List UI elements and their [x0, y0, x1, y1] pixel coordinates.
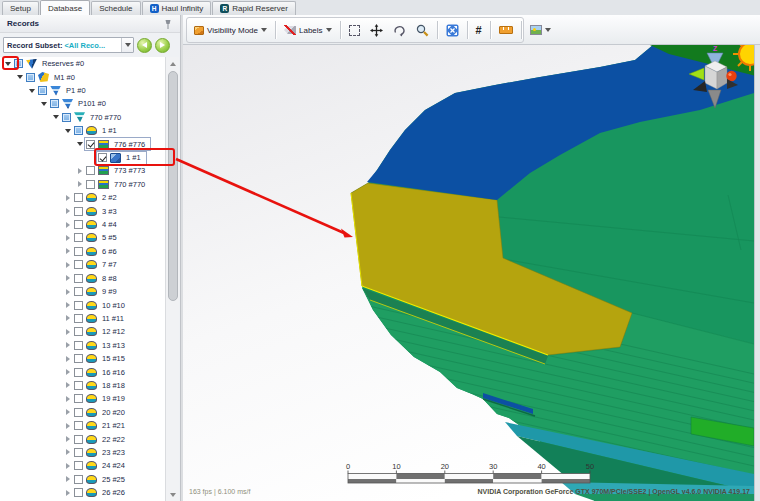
tree-item[interactable]: 23 #23: [0, 446, 166, 459]
tree-item[interactable]: 12 #12: [0, 325, 166, 338]
tree-checkbox[interactable]: [74, 448, 83, 457]
tree-checkbox[interactable]: [62, 113, 71, 122]
tree-item[interactable]: 10 #10: [0, 298, 166, 311]
tree-item[interactable]: 5 #5: [0, 231, 166, 244]
tree-item[interactable]: 21 #21: [0, 419, 166, 432]
tree-item[interactable]: 770 #770: [0, 178, 166, 191]
tree-checkbox[interactable]: [74, 314, 83, 323]
tab-database[interactable]: Database: [40, 0, 90, 15]
tree-item[interactable]: 1 #1: [0, 151, 166, 164]
tree-expand-icon[interactable]: [27, 89, 37, 93]
viewport-3d[interactable]: Z 0 10 20 30 40 50: [183, 45, 754, 501]
tree-expand-icon[interactable]: [63, 476, 73, 482]
tree-checkbox[interactable]: [74, 233, 83, 242]
tree-expand-icon[interactable]: [63, 436, 73, 442]
labels-button[interactable]: Labels: [280, 20, 336, 41]
tree-item[interactable]: Reserves #0: [0, 57, 166, 70]
tree-expand-icon[interactable]: [63, 490, 73, 496]
next-subset-button[interactable]: [155, 38, 170, 53]
tree-expand-icon[interactable]: [63, 382, 73, 388]
tree-checkbox[interactable]: [74, 421, 83, 430]
tree-item[interactable]: 19 #19: [0, 392, 166, 405]
tree-checkbox[interactable]: [74, 461, 83, 470]
tree-expand-icon[interactable]: [63, 129, 73, 133]
tree-checkbox[interactable]: [74, 435, 83, 444]
tree-checkbox[interactable]: [74, 274, 83, 283]
pin-icon[interactable]: [164, 19, 172, 37]
tree-item[interactable]: 770 #770: [0, 111, 166, 124]
tree-checkbox[interactable]: [74, 301, 83, 310]
tree-expand-icon[interactable]: [75, 142, 85, 146]
tree-expand-icon[interactable]: [63, 396, 73, 402]
tree-expand-icon[interactable]: [39, 102, 49, 106]
tree-expand-icon[interactable]: [63, 302, 73, 308]
tree-item[interactable]: 13 #13: [0, 339, 166, 352]
tree-item[interactable]: 2 #2: [0, 191, 166, 204]
tree-item[interactable]: 3 #3: [0, 204, 166, 217]
tree-expand-icon[interactable]: [63, 409, 73, 415]
screenshot-button[interactable]: [526, 20, 555, 41]
tree-checkbox[interactable]: [74, 260, 83, 269]
tree-checkbox[interactable]: [74, 341, 83, 350]
scrollbar-thumb[interactable]: [168, 71, 178, 301]
tree-expand-icon[interactable]: [63, 356, 73, 362]
tree-checkbox[interactable]: [86, 140, 95, 149]
orbit-button[interactable]: [389, 20, 410, 41]
tree-checkbox[interactable]: [50, 99, 59, 108]
tree-expand-icon[interactable]: [63, 423, 73, 429]
tree-checkbox[interactable]: [74, 207, 83, 216]
tree-expand-icon[interactable]: [3, 62, 13, 66]
tree-item[interactable]: 20 #20: [0, 406, 166, 419]
tree-expand-icon[interactable]: [15, 75, 25, 79]
visibility-mode-button[interactable]: Visibility Mode: [190, 20, 271, 41]
tree-item[interactable]: 8 #8: [0, 272, 166, 285]
tree-item[interactable]: 16 #16: [0, 365, 166, 378]
tree-expand-icon[interactable]: [63, 262, 73, 268]
tree-checkbox[interactable]: [74, 327, 83, 336]
tree-checkbox[interactable]: [74, 287, 83, 296]
tree-checkbox[interactable]: [74, 354, 83, 363]
tree-item[interactable]: 26 #26: [0, 486, 166, 499]
tree-item[interactable]: P1 #0: [0, 84, 166, 97]
tree-expand-icon[interactable]: [63, 449, 73, 455]
scroll-down-icon[interactable]: [166, 488, 179, 501]
tree-checkbox[interactable]: [86, 166, 95, 175]
tree-item[interactable]: 4 #4: [0, 218, 166, 231]
ruler-button[interactable]: [495, 20, 517, 41]
tree-expand-icon[interactable]: [63, 329, 73, 335]
tab-schedule[interactable]: Schedule: [91, 1, 140, 15]
tree-expand-icon[interactable]: [63, 342, 73, 348]
tree-expand-icon[interactable]: [75, 181, 85, 187]
tree-checkbox[interactable]: [98, 153, 107, 162]
tree-checkbox[interactable]: [74, 247, 83, 256]
tree-item[interactable]: 773 #773: [0, 164, 166, 177]
tree-item[interactable]: 15 #15: [0, 352, 166, 365]
tree-expand-icon[interactable]: [63, 222, 73, 228]
zoom-fit-button[interactable]: [442, 20, 463, 41]
tree-checkbox[interactable]: [74, 220, 83, 229]
tree-checkbox[interactable]: [74, 475, 83, 484]
zoom-button[interactable]: [412, 20, 433, 41]
tree-item[interactable]: 24 #24: [0, 459, 166, 472]
tree-item[interactable]: 6 #6: [0, 245, 166, 258]
record-subset-caret[interactable]: [121, 38, 133, 52]
tree-expand-icon[interactable]: [75, 168, 85, 174]
tree-checkbox[interactable]: [74, 368, 83, 377]
tree-item[interactable]: 25 #25: [0, 473, 166, 486]
tab-rapid-reserver[interactable]: R Rapid Reserver: [212, 1, 296, 15]
scroll-up-icon[interactable]: [166, 57, 179, 70]
tree-checkbox[interactable]: [74, 408, 83, 417]
tree-expand-icon[interactable]: [51, 115, 61, 119]
tree-checkbox[interactable]: [14, 59, 23, 68]
grid-button[interactable]: #: [472, 20, 486, 41]
tree-expand-icon[interactable]: [63, 248, 73, 254]
tree-item[interactable]: 9 #9: [0, 285, 166, 298]
tree-item[interactable]: 22 #22: [0, 432, 166, 445]
tree-expand-icon[interactable]: [63, 195, 73, 201]
tree-expand-icon[interactable]: [63, 289, 73, 295]
tab-haul-infinity[interactable]: H Haul Infinity: [142, 1, 212, 15]
tree-expand-icon[interactable]: [63, 369, 73, 375]
marquee-select-button[interactable]: [345, 20, 364, 41]
tree-item[interactable]: 7 #7: [0, 258, 166, 271]
record-subset-dropdown[interactable]: Record Subset: <All Reco...: [3, 37, 134, 53]
